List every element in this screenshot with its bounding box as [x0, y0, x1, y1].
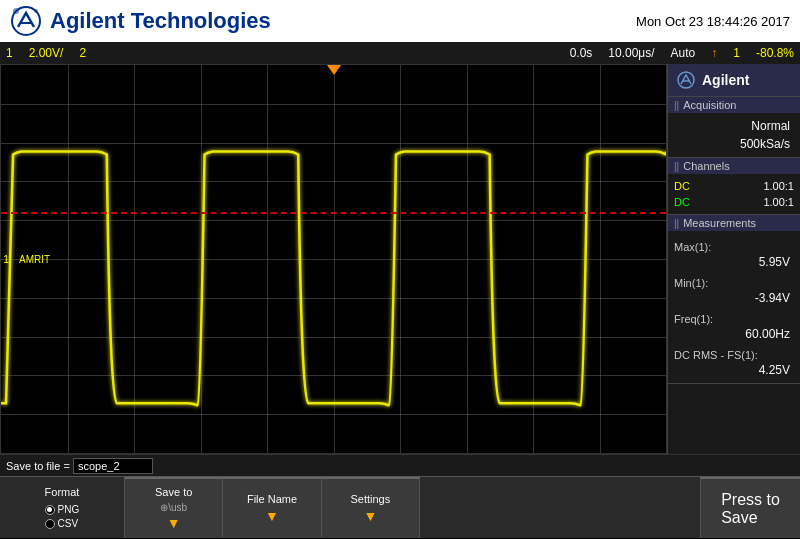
- freq-row: Freq(1): 60.00Hz: [674, 307, 794, 343]
- settings-label: Settings: [350, 493, 390, 506]
- right-panel: Agilent Acquisition Normal 500kSa/s Chan…: [667, 64, 800, 454]
- ch1-scale: 2.00V/: [29, 46, 64, 60]
- toolbar: Format PNG CSV Save to ⊕\usb ▼ File Name…: [0, 476, 800, 538]
- save-to-label: Save to: [155, 486, 192, 499]
- main-area: 1 AMRIT Agilent Acquisition Normal 500kS…: [0, 64, 800, 454]
- toolbar-spacer: [420, 477, 700, 538]
- ch2-indicator: 2: [79, 46, 86, 60]
- header-logo: Agilent Technologies: [10, 5, 271, 37]
- svg-point-1: [13, 8, 19, 14]
- scope-screen: 1 AMRIT: [0, 64, 667, 454]
- format-options: Format PNG CSV: [45, 486, 80, 529]
- ch1-marker: 1: [3, 253, 9, 265]
- freq-label: Freq(1):: [674, 313, 713, 325]
- settings-arrow: ▼: [363, 508, 377, 524]
- max-value: 5.95V: [674, 255, 794, 269]
- min-label: Min(1):: [674, 277, 708, 289]
- time-scale: 10.00μs/: [608, 46, 654, 60]
- format-csv-radio[interactable]: [45, 519, 55, 529]
- measurements-section: Measurements Max(1): 5.95V Min(1): -3.94…: [668, 215, 800, 384]
- acquisition-rate: 500kSa/s: [674, 137, 794, 151]
- channels-header: Channels: [668, 158, 800, 174]
- format-csv-option[interactable]: CSV: [45, 518, 80, 529]
- format-png-option[interactable]: PNG: [45, 504, 80, 515]
- ch2-scale: 1.00:1: [763, 196, 794, 208]
- agilent-logo-icon: [10, 5, 42, 37]
- save-to-path: ⊕\usb: [160, 502, 187, 513]
- ch1-scale: 1.00:1: [763, 180, 794, 192]
- acquisition-mode: Normal: [674, 119, 794, 133]
- ch2-coupling: DC: [674, 196, 690, 208]
- settings-button[interactable]: Settings ▼: [322, 477, 420, 538]
- dcrms-label: DC RMS - FS(1):: [674, 349, 758, 361]
- save-bar: Save to file =: [0, 454, 800, 476]
- time-position: 0.0s: [570, 46, 593, 60]
- ch1-indicator: 1: [6, 46, 13, 60]
- save-to-file-label: Save to file =: [6, 460, 70, 472]
- topbar: 1 2.00V/ 2 0.0s 10.00μs/ Auto ↑ 1 -80.8%: [0, 42, 800, 64]
- freq-value: 60.00Hz: [674, 327, 794, 341]
- press-to-save-button[interactable]: Press toSave: [700, 477, 800, 538]
- trigger-mode: Auto: [671, 46, 696, 60]
- save-to-arrow: ▼: [167, 515, 181, 531]
- ch1-num2: 1: [733, 46, 740, 60]
- dcrms-row: DC RMS - FS(1): 4.25V: [674, 343, 794, 379]
- save-filename-input[interactable]: [73, 458, 153, 474]
- acquisition-mode-row: Normal: [674, 117, 794, 135]
- format-png-label: PNG: [58, 504, 80, 515]
- min-value: -3.94V: [674, 291, 794, 305]
- max-row: Max(1): 5.95V: [674, 235, 794, 271]
- ch2-row: DC 1.00:1: [674, 194, 794, 210]
- trigger-marker: [327, 65, 341, 75]
- format-csv-label: CSV: [58, 518, 79, 529]
- ch1-row: DC 1.00:1: [674, 178, 794, 194]
- min-row: Min(1): -3.94V: [674, 271, 794, 307]
- measurements-header: Measurements: [668, 215, 800, 231]
- format-button[interactable]: Format PNG CSV: [0, 477, 125, 538]
- format-png-radio[interactable]: [45, 505, 55, 515]
- acquisition-header: Acquisition: [668, 97, 800, 113]
- svg-point-2: [34, 9, 38, 13]
- header-time: Mon Oct 23 18:44:26 2017: [636, 14, 790, 29]
- trigger-icon: ↑: [711, 46, 717, 60]
- right-panel-header: Agilent: [668, 64, 800, 97]
- header-title: Agilent Technologies: [50, 8, 271, 34]
- offset-value: -80.8%: [756, 46, 794, 60]
- amrit-label: AMRIT: [19, 254, 50, 265]
- header: Agilent Technologies Mon Oct 23 18:44:26…: [0, 0, 800, 42]
- format-label: Format: [45, 486, 80, 498]
- file-name-button[interactable]: File Name ▼: [223, 477, 321, 538]
- max-label: Max(1):: [674, 241, 711, 253]
- press-to-save-label: Press toSave: [721, 491, 780, 527]
- file-name-arrow: ▼: [265, 508, 279, 524]
- agilent-small-logo: [676, 70, 696, 90]
- file-name-label: File Name: [247, 493, 297, 506]
- channels-section: Channels DC 1.00:1 DC 1.00:1: [668, 158, 800, 215]
- acquisition-section: Acquisition Normal 500kSa/s: [668, 97, 800, 158]
- reference-line: [1, 212, 666, 214]
- acquisition-rate-row: 500kSa/s: [674, 135, 794, 153]
- save-to-button[interactable]: Save to ⊕\usb ▼: [125, 477, 223, 538]
- ch1-coupling: DC: [674, 180, 690, 192]
- right-panel-title: Agilent: [702, 72, 749, 88]
- waveform: [1, 65, 666, 453]
- dcrms-value: 4.25V: [674, 363, 794, 377]
